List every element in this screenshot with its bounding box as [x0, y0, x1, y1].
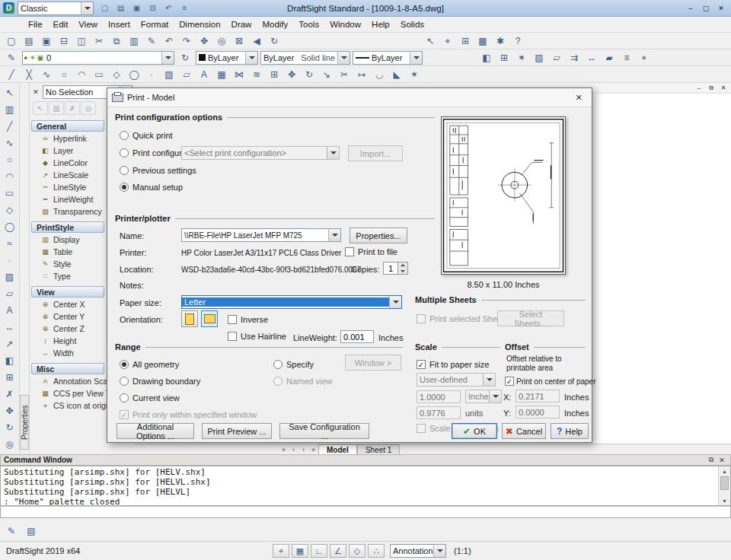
command-float-icon[interactable]: ⧉: [706, 456, 717, 465]
move-icon[interactable]: ✥: [283, 66, 300, 82]
workspace-combo[interactable]: Classic: [18, 2, 94, 15]
quick-print-icon[interactable]: ⊟: [145, 2, 160, 15]
doc-close-icon[interactable]: ✕: [718, 84, 729, 92]
select-sheets-button[interactable]: Select Sheets...: [497, 310, 564, 326]
polar-toggle[interactable]: ∠: [330, 544, 346, 558]
options-icon[interactable]: ✱: [492, 33, 509, 49]
previous-settings-radio[interactable]: [120, 166, 129, 175]
print-configuration-combo[interactable]: <Select print configuration>: [181, 146, 340, 160]
etrack-toggle[interactable]: ∴: [368, 544, 385, 558]
portrait-button[interactable]: [181, 310, 198, 327]
rectangle-tool-icon[interactable]: ▭: [2, 185, 18, 201]
chevron-down-icon[interactable]: [328, 229, 340, 241]
construction-line-icon[interactable]: ╳: [21, 66, 37, 82]
doc-minimize-icon[interactable]: –: [694, 84, 704, 92]
ortho-toggle[interactable]: ∟: [311, 544, 327, 558]
measure-icon[interactable]: ↔: [583, 49, 600, 65]
offset-icon[interactable]: ≋: [248, 66, 265, 82]
menu-item[interactable]: Modify: [257, 18, 293, 32]
chevron-down-icon[interactable]: [433, 545, 445, 557]
landscape-button[interactable]: [201, 310, 218, 327]
palette-close-icon[interactable]: ✕: [31, 88, 40, 97]
section-header-general[interactable]: General: [31, 120, 104, 132]
previous-settings-option[interactable]: Previous settings: [120, 166, 196, 175]
section-header-view[interactable]: View: [31, 286, 104, 298]
hatch-icon[interactable]: ▨: [531, 49, 547, 65]
zoom-tool-icon[interactable]: ◎: [2, 436, 18, 452]
command-history[interactable]: Substituting [arsimp.shx] for [HELV.shx]…: [1, 466, 718, 505]
menu-item[interactable]: File: [23, 18, 48, 32]
smart-select-icon[interactable]: ▥: [2, 101, 18, 117]
all-geometry-radio[interactable]: [120, 360, 129, 369]
command-input[interactable]: [0, 506, 731, 518]
prev-sheet-icon[interactable]: ‹: [289, 444, 298, 454]
chevron-down-icon[interactable]: [81, 2, 93, 14]
draw-line-icon[interactable]: ╱: [3, 66, 20, 82]
paper-units-input[interactable]: [417, 406, 461, 419]
ellipse-tool-icon[interactable]: ◯: [2, 218, 18, 234]
help-button[interactable]: ? Help: [551, 423, 589, 439]
manual-setup-radio[interactable]: [120, 183, 129, 192]
quick-open-icon[interactable]: ▤: [113, 2, 128, 15]
rotate-tool-icon[interactable]: ↻: [2, 419, 18, 435]
spinner-down-icon[interactable]: [398, 269, 407, 275]
point-tool-icon[interactable]: ∙: [2, 252, 18, 268]
named-view-option[interactable]: Named view: [273, 377, 333, 386]
chevron-down-icon[interactable]: [489, 390, 501, 402]
cut-icon[interactable]: ✂: [91, 33, 107, 49]
menu-item[interactable]: Dimension: [174, 18, 225, 32]
spline-tool-icon[interactable]: ≈: [2, 235, 18, 251]
boundary-icon[interactable]: ▱: [548, 49, 565, 65]
chevron-down-icon[interactable]: [245, 52, 257, 64]
linecolor-combo[interactable]: ByLayer: [196, 51, 258, 65]
scale-units-combo[interactable]: Inches: [465, 390, 502, 403]
drawing-boundary-option[interactable]: Drawing boundary: [120, 377, 200, 386]
copies-stepper[interactable]: [383, 262, 408, 275]
hatch-fill-icon[interactable]: ▨: [161, 66, 177, 82]
print-dialog-titlebar[interactable]: Print - Model ✕: [107, 88, 592, 107]
table-icon[interactable]: ▦: [213, 66, 230, 82]
select-entities-icon[interactable]: ↖: [33, 101, 48, 115]
menu-item[interactable]: View: [73, 18, 103, 32]
circle-icon[interactable]: ○: [56, 66, 72, 82]
coordinates-icon[interactable]: ⌖: [636, 49, 653, 65]
resources-icon[interactable]: ▩: [474, 33, 491, 49]
pin-palette-icon[interactable]: ◎: [81, 101, 96, 115]
menu-item[interactable]: Help: [366, 18, 395, 32]
chevron-down-icon[interactable]: [483, 374, 495, 386]
polygon-icon[interactable]: ◇: [108, 66, 125, 82]
open-icon[interactable]: ▤: [21, 33, 37, 49]
print-within-window-checkbox[interactable]: [120, 410, 129, 419]
pattern-icon[interactable]: ⊞: [266, 66, 283, 82]
rotate-icon[interactable]: ↻: [301, 66, 318, 82]
copies-input[interactable]: [383, 262, 398, 275]
save-configuration-button[interactable]: Save Configuration ...: [279, 423, 369, 439]
last-sheet-icon[interactable]: »: [308, 444, 318, 454]
print-preview-icon[interactable]: ◫: [73, 33, 90, 49]
chevron-down-icon[interactable]: [410, 52, 422, 64]
chevron-down-icon[interactable]: [161, 52, 174, 64]
spinner-up-icon[interactable]: [398, 262, 407, 269]
additional-options-button[interactable]: Additional Options ...: [117, 423, 194, 439]
print-selected-sheets-checkbox[interactable]: [417, 314, 426, 323]
menu-item[interactable]: Draw: [226, 18, 257, 32]
erase-tool-icon[interactable]: ✗: [2, 386, 18, 402]
select-icon[interactable]: ↖: [2, 84, 18, 100]
annotation-monitor-icon[interactable]: ✎: [4, 524, 19, 538]
paper-size-combo[interactable]: Letter: [181, 295, 402, 309]
chevron-down-icon[interactable]: [327, 147, 339, 159]
format-painter-icon[interactable]: ✎: [143, 33, 160, 49]
first-sheet-icon[interactable]: «: [279, 444, 289, 454]
scale-icon[interactable]: ↘: [318, 66, 335, 82]
leader-tool-icon[interactable]: ↗: [2, 336, 18, 352]
current-view-option[interactable]: Current view: [120, 393, 180, 402]
arc-tool-icon[interactable]: ◠: [2, 168, 18, 184]
tab-model[interactable]: Model: [318, 444, 357, 454]
rebuild-view-icon[interactable]: ↻: [266, 33, 283, 49]
polyline-tool-icon[interactable]: ∿: [2, 135, 18, 151]
rectangle-icon[interactable]: ▭: [91, 66, 107, 82]
paste-icon[interactable]: ▥: [126, 33, 142, 49]
refresh-layers-icon[interactable]: ↻: [177, 49, 193, 65]
explode-icon[interactable]: ✶: [513, 49, 530, 65]
block-tool-icon[interactable]: ◧: [2, 352, 18, 368]
